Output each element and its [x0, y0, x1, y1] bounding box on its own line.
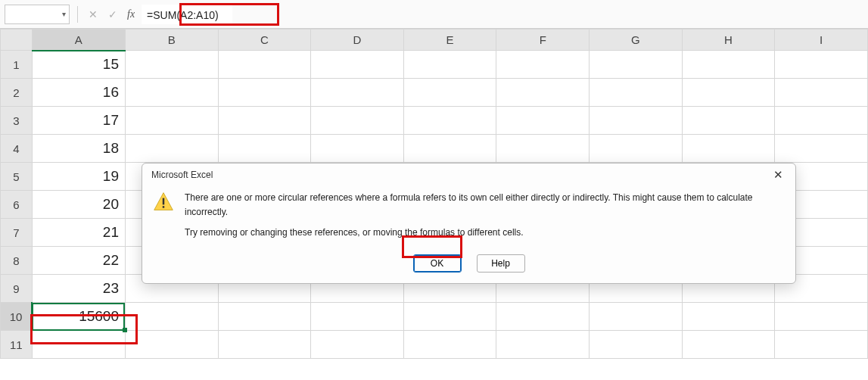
cell-C1[interactable] — [218, 51, 311, 79]
cell-E11[interactable] — [403, 331, 496, 359]
cell-D10[interactable] — [311, 303, 404, 331]
cell-E1[interactable] — [403, 51, 496, 79]
row-header-4[interactable]: 4 — [1, 135, 33, 163]
fx-icon[interactable]: fx — [125, 8, 137, 20]
cell-E2[interactable] — [403, 79, 496, 107]
svg-rect-2 — [163, 206, 164, 208]
cell-B10[interactable] — [125, 303, 218, 331]
cell-F3[interactable] — [496, 107, 590, 135]
row-header-2[interactable]: 2 — [1, 79, 33, 107]
dialog-message-line1: There are one or more circular reference… — [185, 191, 782, 220]
cell-E3[interactable] — [403, 107, 496, 135]
column-header-a[interactable]: A — [32, 30, 125, 51]
separator — [77, 6, 78, 23]
cell-B2[interactable] — [125, 79, 218, 107]
cell-H11[interactable] — [682, 331, 775, 359]
cell-H3[interactable] — [682, 107, 775, 135]
cell-A2[interactable]: 16 — [32, 79, 125, 107]
dialog-titlebar: Microsoft Excel ✕ — [142, 164, 795, 186]
row-header-3[interactable]: 3 — [1, 107, 33, 135]
cell-H1[interactable] — [682, 51, 775, 79]
cell-A9[interactable]: 23 — [32, 275, 125, 303]
cell-B3[interactable] — [125, 107, 218, 135]
cell-I11[interactable] — [775, 331, 868, 359]
formula-bar: ▾ ✕ ✓ fx =SUM(A2:A10) — [0, 0, 868, 29]
row-header-5[interactable]: 5 — [1, 163, 33, 191]
cell-I2[interactable] — [775, 79, 868, 107]
cell-A5[interactable]: 19 — [32, 163, 125, 191]
cell-A3[interactable]: 17 — [32, 107, 125, 135]
cell-G4[interactable] — [590, 135, 683, 163]
circular-reference-dialog: Microsoft Excel ✕ There are one or more … — [142, 163, 796, 284]
cell-D11[interactable] — [311, 331, 404, 359]
svg-rect-1 — [163, 198, 164, 205]
cancel-formula-icon[interactable]: ✕ — [86, 7, 101, 22]
cell-F2[interactable] — [496, 79, 590, 107]
column-header-c[interactable]: C — [218, 30, 311, 51]
cell-G3[interactable] — [590, 107, 683, 135]
ok-button[interactable]: OK — [413, 254, 462, 273]
cell-B4[interactable] — [125, 135, 218, 163]
cell-C3[interactable] — [218, 107, 311, 135]
cell-C4[interactable] — [218, 135, 311, 163]
cell-B11[interactable] — [125, 331, 218, 359]
cell-A4[interactable]: 18 — [32, 135, 125, 163]
cell-A1[interactable]: 15 — [32, 51, 125, 79]
cell-H2[interactable] — [682, 79, 775, 107]
cell-I4[interactable] — [775, 135, 868, 163]
select-all-corner[interactable] — [1, 30, 33, 51]
cell-E10[interactable] — [403, 303, 496, 331]
cell-E4[interactable] — [403, 135, 496, 163]
formula-input[interactable]: =SUM(A2:A10) — [142, 5, 232, 24]
cell-G10[interactable] — [590, 303, 683, 331]
cell-G11[interactable] — [590, 331, 683, 359]
cell-D1[interactable] — [311, 51, 404, 79]
cell-C10[interactable] — [218, 303, 311, 331]
cell-F11[interactable] — [496, 331, 590, 359]
cell-B1[interactable] — [125, 51, 218, 79]
cell-A11[interactable] — [32, 331, 125, 359]
name-box[interactable]: ▾ — [5, 5, 70, 24]
cell-A7[interactable]: 21 — [32, 219, 125, 247]
cell-I10[interactable] — [775, 303, 868, 331]
dialog-message: There are one or more circular reference… — [185, 191, 782, 247]
accept-formula-icon[interactable]: ✓ — [105, 7, 120, 22]
help-button[interactable]: Help — [477, 254, 525, 273]
row-header-9[interactable]: 9 — [1, 275, 33, 303]
cell-F4[interactable] — [496, 135, 590, 163]
cell-D2[interactable] — [311, 79, 404, 107]
column-header-d[interactable]: D — [311, 30, 404, 51]
dialog-title-text: Microsoft Excel — [151, 170, 213, 180]
column-header-b[interactable]: B — [125, 30, 218, 51]
row-header-11[interactable]: 11 — [1, 331, 33, 359]
cell-C2[interactable] — [218, 79, 311, 107]
cell-G2[interactable] — [590, 79, 683, 107]
cell-D3[interactable] — [311, 107, 404, 135]
row-header-7[interactable]: 7 — [1, 219, 33, 247]
cell-H4[interactable] — [682, 135, 775, 163]
warning-icon — [153, 191, 174, 214]
chevron-down-icon[interactable]: ▾ — [62, 10, 66, 18]
column-header-g[interactable]: G — [590, 30, 683, 51]
cell-A8[interactable]: 22 — [32, 247, 125, 275]
column-header-f[interactable]: F — [496, 30, 590, 51]
column-header-e[interactable]: E — [403, 30, 496, 51]
cell-I1[interactable] — [775, 51, 868, 79]
cell-A10[interactable]: 15600 — [32, 303, 125, 331]
close-icon[interactable]: ✕ — [768, 167, 788, 183]
dialog-message-line2: Try removing or changing these reference… — [185, 226, 782, 240]
cell-C11[interactable] — [218, 331, 311, 359]
column-header-i[interactable]: I — [775, 30, 868, 51]
column-header-h[interactable]: H — [682, 30, 775, 51]
cell-H10[interactable] — [682, 303, 775, 331]
cell-D4[interactable] — [311, 135, 404, 163]
row-header-6[interactable]: 6 — [1, 191, 33, 219]
cell-I3[interactable] — [775, 107, 868, 135]
cell-F10[interactable] — [496, 303, 590, 331]
cell-G1[interactable] — [590, 51, 683, 79]
cell-F1[interactable] — [496, 51, 590, 79]
row-header-8[interactable]: 8 — [1, 247, 33, 275]
row-header-10[interactable]: 10 — [1, 303, 33, 331]
row-header-1[interactable]: 1 — [1, 51, 33, 79]
cell-A6[interactable]: 20 — [32, 191, 125, 219]
